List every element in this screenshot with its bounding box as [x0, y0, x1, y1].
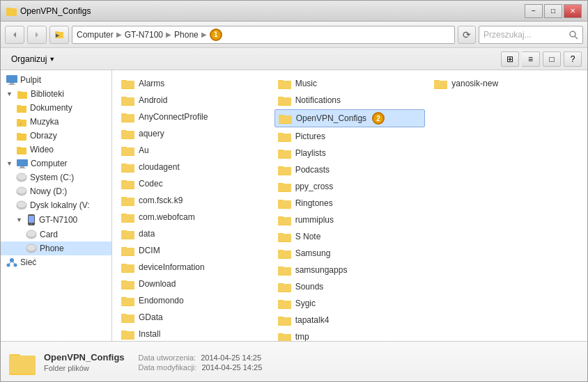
list-item[interactable]: Pictures	[274, 129, 426, 144]
search-bar[interactable]: Przeszukaj...	[479, 26, 583, 44]
list-item[interactable]: Music	[274, 76, 426, 91]
view-extra-button[interactable]: □	[543, 51, 561, 67]
sidebar-item-wideo[interactable]: Wideo	[1, 143, 111, 157]
sidebar-item-computer[interactable]: ▼ Computer	[1, 157, 111, 170]
list-item-openvpn[interactable]: OpenVPN_Configs 2	[274, 109, 426, 127]
list-item[interactable]: Endomondo	[118, 293, 269, 308]
list-item[interactable]: tapatalk4	[274, 312, 426, 328]
sidebar-item-obrazy[interactable]: Obrazy	[1, 129, 111, 143]
toolbar2-right: ⊞ ≡ □ ?	[501, 51, 582, 67]
folder-svg-icon	[278, 331, 292, 341]
folder-svg-icon	[121, 328, 135, 340]
list-item[interactable]: GData	[118, 310, 269, 325]
folder-svg-icon	[121, 95, 135, 106]
sidebar-item-pulpit[interactable]: Pulpit	[1, 73, 111, 87]
up-button[interactable]: ▶	[49, 26, 69, 44]
svg-rect-121	[278, 200, 291, 208]
svg-rect-13	[17, 91, 22, 93]
sidebar-item-card[interactable]: Card	[1, 228, 111, 241]
svg-rect-85	[121, 298, 134, 305]
list-item[interactable]: S Note	[274, 229, 426, 244]
sidebar: Pulpit ▼ Biblioteki Dokumenty ♪ Muzyka	[1, 70, 112, 341]
folder-svg-icon	[279, 113, 293, 124]
address-device: GT-N7100	[125, 30, 163, 40]
address-bar[interactable]: Computer ▶ GT-N7100 ▶ Phone ▶ 1	[72, 26, 455, 44]
view-grid-button[interactable]: ⊞	[501, 51, 519, 67]
svg-rect-91	[121, 331, 134, 339]
svg-rect-130	[278, 250, 291, 258]
svg-rect-70	[121, 214, 134, 222]
list-item[interactable]: tmp	[274, 329, 426, 341]
organize-button[interactable]: Organizuj ▼	[6, 51, 60, 67]
file-name: OpenVPN_Configs	[296, 113, 366, 123]
gt-device-icon	[26, 214, 36, 225]
file-name: AnyConnectProfile	[139, 112, 208, 122]
sidebar-item-muzyka[interactable]: ♪ Muzyka	[1, 115, 111, 129]
folder-svg-icon	[278, 248, 292, 259]
folder-svg-icon	[278, 264, 292, 276]
sidebar-item-nowy-d[interactable]: Nowy (D:)	[1, 184, 111, 198]
sidebar-item-dysk-lokalny[interactable]: Dysk lokalny (V:	[1, 198, 111, 212]
list-item[interactable]: Playlists	[274, 145, 426, 161]
list-item[interactable]: data	[118, 226, 269, 241]
close-button[interactable]: ✕	[564, 4, 582, 18]
sidebar-item-phone[interactable]: Phone	[1, 241, 111, 255]
list-item[interactable]: Samsung	[274, 246, 426, 261]
svg-rect-73	[121, 231, 134, 239]
status-dates: Data utworzenia: 2014-04-25 14:25 Data m…	[139, 353, 263, 372]
folder-svg-icon	[278, 95, 292, 106]
list-item[interactable]: cloudagent	[118, 159, 269, 175]
file-name: GData	[139, 312, 163, 322]
folder-svg-icon	[121, 228, 135, 239]
list-item[interactable]: deviceInformation	[118, 260, 269, 275]
sidebar-item-dokumenty[interactable]: Dokumenty	[1, 101, 111, 115]
file-name: Install	[139, 329, 160, 339]
list-item[interactable]: Ringtones	[274, 196, 426, 211]
sidebar-obrazy-label: Obrazy	[30, 131, 57, 141]
folder-svg-icon	[121, 195, 135, 206]
help-button[interactable]: ?	[564, 51, 582, 67]
status-created-label: Data utworzenia:	[139, 353, 196, 362]
sidebar-system-c-label: System (C:)	[30, 173, 74, 182]
list-item[interactable]: com.webofcam	[118, 209, 269, 225]
forward-button[interactable]	[27, 26, 47, 44]
list-item[interactable]: DCIM	[118, 243, 269, 258]
minimize-button[interactable]: −	[525, 4, 543, 18]
file-name: Alarms	[139, 79, 164, 88]
list-item[interactable]: aquery	[118, 126, 269, 141]
sidebar-item-gt-n7100[interactable]: ▼ GT-N7100	[1, 212, 111, 228]
refresh-button[interactable]: ⟳	[458, 26, 476, 44]
view-details-button[interactable]: ≡	[522, 51, 540, 67]
list-item[interactable]: com.fsck.k9	[118, 193, 269, 208]
svg-point-29	[17, 187, 26, 194]
list-item[interactable]: Sygic	[274, 296, 426, 311]
list-item[interactable]: Sounds	[274, 279, 426, 294]
list-item[interactable]: Alarms	[118, 76, 269, 91]
list-item[interactable]: Download	[118, 276, 269, 292]
list-item[interactable]: AnyConnectProfile	[118, 109, 269, 125]
sidebar-item-biblioteki[interactable]: ▼ Biblioteki	[1, 87, 111, 101]
list-item[interactable]: ppy_cross	[274, 179, 426, 194]
list-item[interactable]: Notifications	[274, 93, 426, 108]
status-created-value: 2014-04-25 14:25	[201, 353, 261, 362]
svg-line-8	[575, 36, 578, 39]
file-col-2: Music Notifications OpenVPN_Configs 2 Pi…	[274, 76, 426, 341]
list-item[interactable]: Podcasts	[274, 162, 426, 177]
list-item[interactable]: Install	[118, 326, 269, 341]
svg-rect-22	[17, 147, 21, 149]
list-item[interactable]: Au	[118, 143, 269, 158]
list-item[interactable]: Android	[118, 93, 269, 108]
list-item[interactable]: yanosik-new	[431, 76, 582, 91]
back-button[interactable]	[5, 26, 24, 44]
folder-svg-icon	[121, 111, 135, 122]
maximize-button[interactable]: □	[544, 4, 562, 18]
list-item[interactable]: rummiplus	[274, 212, 426, 228]
gt-expand: ▼	[16, 216, 22, 223]
sidebar-item-siec[interactable]: Sieć	[1, 255, 111, 269]
file-name: rummiplus	[295, 215, 334, 225]
file-name: deviceInformation	[139, 262, 205, 272]
svg-rect-20	[17, 133, 21, 135]
list-item[interactable]: Codec	[118, 176, 269, 191]
sidebar-item-system-c[interactable]: System (C:)	[1, 170, 111, 184]
list-item[interactable]: samsungapps	[274, 262, 426, 278]
